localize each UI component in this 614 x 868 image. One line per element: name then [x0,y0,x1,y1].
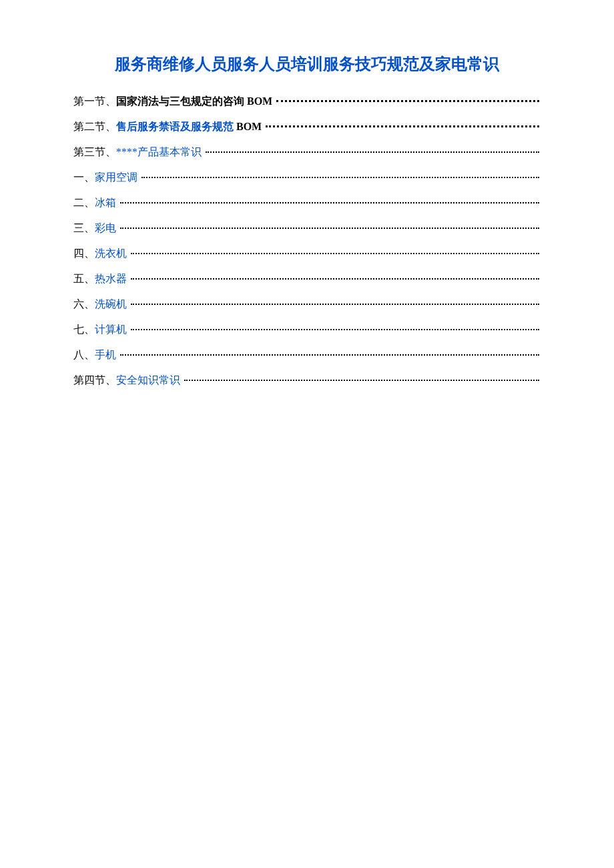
toc-label: 六、洗碗机 [73,296,127,312]
toc-dots [131,253,539,254]
toc-label: 一、家用空调 [73,169,137,185]
toc-entry: 八、手机 [73,347,541,363]
toc-dots [131,304,539,305]
toc-dots [120,202,539,203]
toc-dots [266,125,539,127]
toc-entry: 三、彩电 [73,220,541,236]
toc-entry: 五、热水器 [73,271,541,287]
toc-dots [131,329,539,330]
toc-label: 第一节、国家消法与三包规定的咨询 BOM [73,93,272,109]
toc-entry: 第一节、国家消法与三包规定的咨询 BOM [73,93,541,109]
toc-dots [206,151,539,153]
toc-entry: 第二节、售后服务禁语及服务规范 BOM [73,119,541,135]
toc-label: 七、计算机 [73,322,127,338]
toc-entry: 四、洗衣机 [73,246,541,262]
toc-label: 三、彩电 [73,220,116,236]
toc-dots [120,228,539,229]
toc-entry: 二、冰箱 [73,195,541,211]
toc-dots [276,100,539,102]
document-title: 服务商维修人员服务人员培训服务技巧规范及家电常识 [73,53,541,75]
toc-dots [184,380,539,381]
toc-entry: 一、家用空调 [73,169,541,185]
toc-label: 第三节、****产品基本常识 [73,144,202,160]
toc-entry: 七、计算机 [73,322,541,338]
toc-label: 四、洗衣机 [73,246,127,262]
toc-entry: 第四节、安全知识常识 [73,372,541,388]
toc-label: 五、热水器 [73,271,127,287]
toc-entry: 六、洗碗机 [73,296,541,312]
toc-dots [131,278,539,280]
toc-label: 二、冰箱 [73,195,116,211]
toc-label: 八、手机 [73,347,116,363]
toc-dots [141,177,539,178]
toc-entry: 第三节、****产品基本常识 [73,144,541,160]
toc-label: 第二节、售后服务禁语及服务规范 BOM [73,119,262,135]
table-of-contents: 第一节、国家消法与三包规定的咨询 BOM 第二节、售后服务禁语及服务规范 BOM… [73,93,541,388]
toc-label: 第四节、安全知识常识 [73,372,180,388]
toc-dots [120,354,539,356]
